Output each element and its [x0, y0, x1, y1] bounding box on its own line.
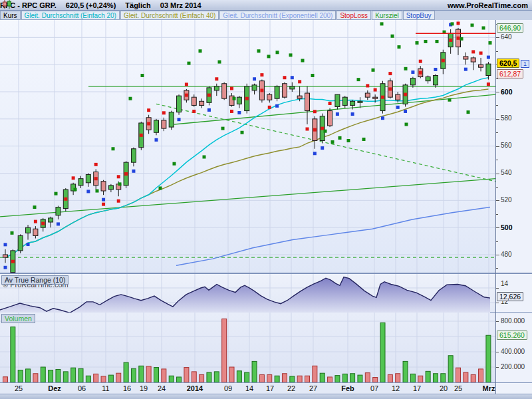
- last-price-tag: 620,5: [497, 59, 519, 68]
- stoploss-price-tag[interactable]: 612,87: [497, 69, 523, 78]
- volume-panel[interactable]: [0, 313, 495, 382]
- axis-tick: [496, 214, 498, 215]
- time-axis-label-2014: 2014: [182, 384, 208, 392]
- axis-tick: [496, 92, 499, 92]
- axis-label: 540: [501, 169, 512, 176]
- price-chart-panel[interactable]: © ProRealTime.com: [0, 20, 495, 273]
- position-count-tag[interactable]: 1: [521, 60, 529, 68]
- axis-tick: [496, 268, 498, 269]
- axis-label: 600: [501, 88, 513, 96]
- axis-tick: [496, 160, 498, 160]
- axis-tick: [496, 105, 498, 106]
- volume-canvas[interactable]: [0, 313, 495, 382]
- volume-value-tag: 615.260: [497, 331, 527, 340]
- legend-item-3[interactable]: StopLoss: [336, 11, 371, 20]
- atr-indicator-label[interactable]: Av True Range (10): [1, 275, 68, 285]
- last-quote: 620,5 (+0,24%): [66, 1, 116, 9]
- axis-tick: [496, 367, 499, 368]
- axis-tick: [496, 255, 499, 255]
- time-axis-label-25: 25: [445, 384, 471, 392]
- axis-tick: [496, 51, 498, 52]
- axis-tick: [496, 288, 499, 289]
- chart-title-bar: RPC - RPC GRP. 620,5 (+0,24%) Täglich 03…: [0, 0, 532, 11]
- legend-item-4[interactable]: Kursziel: [372, 11, 402, 20]
- time-axis-label-Dez: Dez: [41, 384, 68, 392]
- website-link[interactable]: www.ProRealTime.com: [448, 1, 528, 9]
- legend-item-2[interactable]: Gleit. Durchschnitt (Exponentiell 200): [219, 11, 336, 20]
- axis-tick: [496, 352, 499, 352]
- kurs-tab[interactable]: Kurs: [0, 11, 21, 20]
- bottom-border-strip: [0, 394, 532, 399]
- atr-tick-14: 14: [501, 280, 508, 287]
- prorealtime-window: RPC - RPC GRP. 620,5 (+0,24%) Täglich 03…: [0, 0, 532, 399]
- axis-label: 500: [501, 223, 513, 231]
- price-axis-column[interactable]: 646,90 1 620,5 612,87 14 12 12,626 615.2…: [495, 20, 532, 394]
- axis-tick: [496, 37, 499, 38]
- time-axis-label-27: 27: [300, 384, 327, 392]
- axis-tick: [496, 132, 498, 133]
- volume-indicator-label[interactable]: Volumen: [1, 314, 35, 323]
- axis-tick: [496, 200, 499, 201]
- axis-tick: [496, 119, 499, 120]
- atr-canvas[interactable]: [0, 274, 495, 313]
- time-axis-label-06: 06: [68, 384, 95, 392]
- axis-label: 800.000: [501, 317, 525, 325]
- time-axis-label-Feb: Feb: [334, 384, 361, 392]
- axis-tick: [496, 146, 499, 147]
- axis-label: 520: [501, 196, 512, 203]
- axis-tick: [496, 174, 499, 174]
- axis-tick: [496, 321, 499, 322]
- axis-tick: [496, 227, 499, 228]
- axis-label: 200.000: [501, 363, 525, 370]
- axis-tick: [496, 241, 498, 242]
- axis-label: 480: [501, 251, 512, 258]
- date-label: 03 Mrz 2014: [160, 1, 201, 9]
- atr-panel[interactable]: [0, 274, 495, 313]
- time-axis-label-24: 24: [148, 384, 175, 392]
- axis-label: 640: [501, 33, 512, 41]
- candlestick-icon: [2, 0, 13, 9]
- axis-tick: [496, 187, 498, 188]
- time-axis-label-25: 25: [5, 384, 32, 392]
- legend-item-1[interactable]: Gleit. Durchschnitt (Einfach 40): [120, 11, 219, 20]
- kursziel-price-tag[interactable]: 646,90: [497, 23, 523, 33]
- axis-label: 560: [501, 142, 512, 149]
- time-axis-label-17: 17: [404, 384, 430, 392]
- axis-label: 580: [501, 114, 512, 122]
- price-chart-canvas[interactable]: [0, 20, 495, 273]
- indicator-legend-bar: Kurs Gleit. Durchschnitt (Einfach 20)Gle…: [0, 11, 532, 20]
- timeframe-label[interactable]: Täglich: [125, 1, 151, 9]
- time-axis[interactable]: 25Dez061116192420140914172227Feb07121720…: [0, 382, 495, 394]
- axis-label: 400.000: [501, 348, 525, 355]
- legend-item-0[interactable]: Gleit. Durchschnitt (Einfach 20): [21, 11, 120, 20]
- axis-tick: [496, 303, 499, 303]
- atr-value-tag: 12,626: [497, 292, 523, 301]
- legend-item-5[interactable]: StopBuy: [403, 11, 435, 20]
